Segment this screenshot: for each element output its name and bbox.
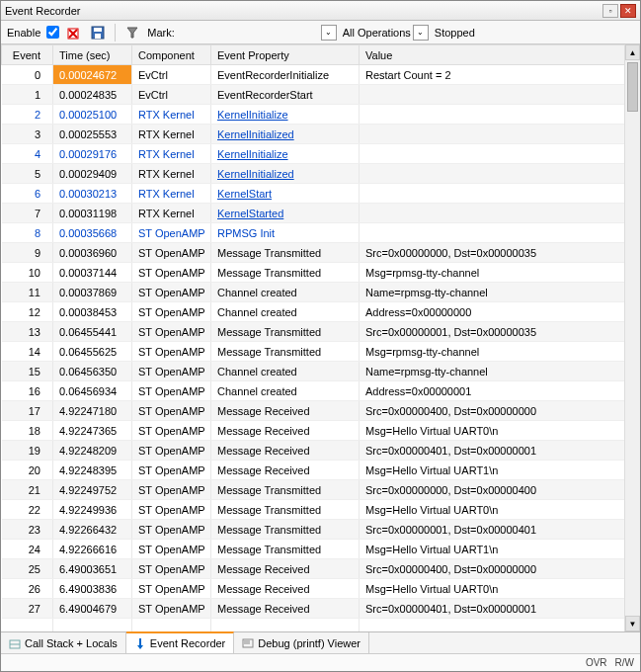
cell-event: 11 xyxy=(2,283,53,302)
cell-time: 0.06456934 xyxy=(53,381,132,401)
table-row[interactable]: 130.06455441ST OpenAMPMessage Transmitte… xyxy=(2,322,640,342)
close-icon[interactable]: ✕ xyxy=(620,4,636,18)
table-row[interactable]: 234.92266432ST OpenAMPMessage Transmitte… xyxy=(2,520,640,540)
cell-property: Message Transmitted xyxy=(211,342,360,362)
table-row[interactable]: 224.92249936ST OpenAMPMessage Transmitte… xyxy=(2,500,640,520)
cell-property[interactable]: KernelStarted xyxy=(211,204,360,223)
cell-value: Address=0x00000000 xyxy=(360,302,640,322)
tab-event-recorder[interactable]: Event Recorder xyxy=(126,631,234,653)
table-row[interactable]: 150.06456350ST OpenAMPChannel createdNam… xyxy=(2,362,640,381)
tab-label: Debug (printf) Viewer xyxy=(258,637,361,649)
cell-component: RTX Kernel xyxy=(132,144,211,164)
cell-event: 3 xyxy=(2,125,53,144)
table-row[interactable]: 110.00037869ST OpenAMPChannel createdNam… xyxy=(2,283,640,302)
tab-call-stack-locals[interactable]: Call Stack + Locals xyxy=(1,632,126,653)
clear-icon[interactable] xyxy=(65,24,83,42)
cell-property: Message Received xyxy=(211,579,360,599)
cell-component: ST OpenAMP xyxy=(132,480,211,500)
cell-time: 0.06456350 xyxy=(53,362,132,381)
cell-time: 0.00025553 xyxy=(53,125,132,144)
vertical-scrollbar[interactable]: ▲ ▼ xyxy=(624,44,640,631)
table-row[interactable]: 140.06455625ST OpenAMPMessage Transmitte… xyxy=(2,342,640,362)
scroll-up-icon[interactable]: ▲ xyxy=(625,44,640,60)
table-row[interactable]: 50.00029409RTX KernelKernelInitialized xyxy=(2,164,640,184)
pin-icon[interactable]: ▫ xyxy=(602,4,618,18)
col-header-component[interactable]: Component xyxy=(132,45,211,65)
table-row[interactable]: 90.00036960ST OpenAMPMessage Transmitted… xyxy=(2,243,640,263)
table-row[interactable]: 174.92247180ST OpenAMPMessage ReceivedSr… xyxy=(2,401,640,421)
table-row[interactable]: 214.92249752ST OpenAMPMessage Transmitte… xyxy=(2,480,640,500)
table-row[interactable]: 00.00024672EvCtrlEventRecorderInitialize… xyxy=(2,65,640,85)
cell-property[interactable]: KernelInitialized xyxy=(211,125,360,144)
table-row[interactable]: 194.92248209ST OpenAMPMessage ReceivedSr… xyxy=(2,441,640,461)
cell-property[interactable]: KernelInitialize xyxy=(211,105,360,125)
cell-component: EvCtrl xyxy=(132,85,211,105)
table-row[interactable]: 10.00024835EvCtrlEventRecorderStart xyxy=(2,85,640,105)
cell-value: Restart Count = 2 xyxy=(360,65,640,85)
table-row[interactable]: 266.49003836ST OpenAMPMessage ReceivedMs… xyxy=(2,579,640,599)
titlebar: Event Recorder ▫ ✕ xyxy=(1,1,640,21)
cell-event: 6 xyxy=(2,184,53,204)
cell-value: Src=0x00000401, Dst=0x00000001 xyxy=(360,599,640,619)
enable-checkbox[interactable] xyxy=(46,26,59,39)
cell-event: 0 xyxy=(2,65,53,85)
table-row[interactable]: 184.92247365ST OpenAMPMessage ReceivedMs… xyxy=(2,421,640,441)
table-row[interactable]: 20.00025100RTX KernelKernelInitialize xyxy=(2,105,640,125)
cell-event: 8 xyxy=(2,223,53,243)
cell-property[interactable]: KernelInitialized xyxy=(211,164,360,184)
table-row[interactable]: 256.49003651ST OpenAMPMessage ReceivedSr… xyxy=(2,559,640,579)
cell-value xyxy=(360,144,640,164)
cell-time: 0.00024835 xyxy=(53,85,132,105)
cell-time: 0.00035668 xyxy=(53,223,132,243)
tab-debug-printf-viewer[interactable]: Debug (printf) Viewer xyxy=(234,632,369,653)
tab-icon xyxy=(242,637,254,649)
table-row[interactable]: 30.00025553RTX KernelKernelInitialized xyxy=(2,125,640,144)
table-row[interactable]: 204.92248395ST OpenAMPMessage ReceivedMs… xyxy=(2,461,640,480)
table-row[interactable]: 60.00030213RTX KernelKernelStart xyxy=(2,184,640,204)
save-icon[interactable] xyxy=(89,24,107,42)
mark-label: Mark: xyxy=(147,27,175,39)
table-row[interactable]: 70.00031198RTX KernelKernelStarted xyxy=(2,204,640,223)
col-header-property[interactable]: Event Property xyxy=(211,45,360,65)
cell-property: Message Transmitted xyxy=(211,520,360,540)
table-row[interactable]: 276.49004679ST OpenAMPMessage ReceivedSr… xyxy=(2,599,640,619)
cell-value: Msg=Hello Virtual UART0\n xyxy=(360,421,640,441)
event-table-container: Event Time (sec) Component Event Propert… xyxy=(1,44,640,631)
scroll-down-icon[interactable]: ▼ xyxy=(625,616,640,631)
table-row[interactable]: 244.92266616ST OpenAMPMessage Transmitte… xyxy=(2,540,640,559)
cell-property[interactable]: KernelStart xyxy=(211,184,360,204)
cell-component: ST OpenAMP xyxy=(132,342,211,362)
mark-dropdown[interactable]: ⌄ xyxy=(321,25,337,41)
cell-property: Message Transmitted xyxy=(211,263,360,283)
col-header-time[interactable]: Time (sec) xyxy=(53,45,132,65)
cell-event: 15 xyxy=(2,362,53,381)
cell-time: 4.92248395 xyxy=(53,461,132,480)
cell-component: ST OpenAMP xyxy=(132,243,211,263)
cell-component: ST OpenAMP xyxy=(132,520,211,540)
tab-label: Event Recorder xyxy=(150,637,225,649)
cell-value: Msg=Hello Virtual UART1\n xyxy=(360,461,640,480)
table-row[interactable]: 100.00037144ST OpenAMPMessage Transmitte… xyxy=(2,263,640,283)
cell-component: ST OpenAMP xyxy=(132,540,211,559)
cell-property: Message Received xyxy=(211,461,360,480)
table-row[interactable]: 40.00029176RTX KernelKernelInitialize xyxy=(2,144,640,164)
status-rw: R/W xyxy=(615,657,634,668)
scroll-thumb[interactable] xyxy=(627,62,638,112)
cell-property: Message Received xyxy=(211,421,360,441)
filter-icon[interactable] xyxy=(123,24,141,42)
cell-time: 6.49003651 xyxy=(53,559,132,579)
table-row[interactable]: 160.06456934ST OpenAMPChannel createdAdd… xyxy=(2,381,640,401)
col-header-value[interactable]: Value xyxy=(360,45,640,65)
cell-property: EventRecorderInitialize xyxy=(211,65,360,85)
table-row[interactable]: 80.00035668ST OpenAMPRPMSG Init xyxy=(2,223,640,243)
col-header-event[interactable]: Event xyxy=(2,45,53,65)
status-bar: OVR R/W xyxy=(1,653,640,671)
cell-property[interactable]: KernelInitialize xyxy=(211,144,360,164)
cell-component: ST OpenAMP xyxy=(132,579,211,599)
event-table: Event Time (sec) Component Event Propert… xyxy=(1,44,640,631)
operations-dropdown[interactable]: ⌄ xyxy=(413,25,429,41)
cell-property: Channel created xyxy=(211,381,360,401)
table-row[interactable]: 120.00038453ST OpenAMPChannel createdAdd… xyxy=(2,302,640,322)
cell-value: Src=0x00000001, Dst=0x00000401 xyxy=(360,520,640,540)
tab-icon xyxy=(134,637,146,649)
